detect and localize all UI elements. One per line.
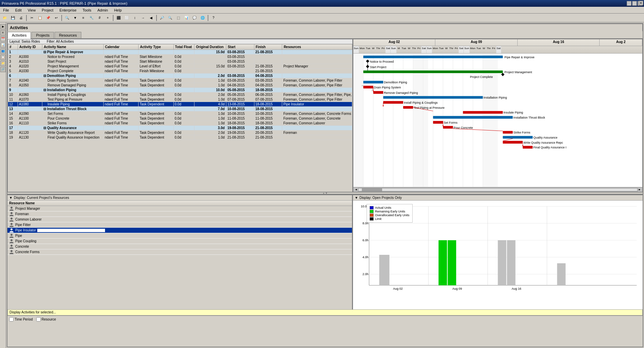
tb-btn-19[interactable]: 🔎 [158, 15, 166, 21]
tb-btn-5[interactable]: 📋 [36, 15, 44, 21]
sidebar-icon-2[interactable]: ≡ [0, 30, 6, 36]
maximize-button[interactable]: □ [632, 1, 637, 6]
table-row[interactable]: 7 A1040 Drain Piping System ndard Full T… [8, 78, 352, 83]
tb-btn-18[interactable]: ◀ [147, 15, 155, 21]
tb-btn-12[interactable]: # [96, 15, 103, 21]
col-header-name[interactable]: Activity Name [42, 44, 104, 50]
sidebar-icon-5[interactable]: 👥 [0, 48, 6, 54]
resource-checkbox[interactable] [36, 317, 41, 322]
tb-btn-3[interactable]: 🖨 [17, 15, 25, 21]
gantt-scroll-area[interactable]: Pipe Repair & Improve Notice to Proceed … [353, 54, 642, 187]
list-item[interactable]: Pipe Insulator [7, 228, 352, 233]
sidebar-icon-1[interactable]: ▶ [0, 24, 6, 29]
menu-view[interactable]: View [26, 8, 37, 13]
sidebar-icon-3[interactable]: 📅 [0, 36, 6, 42]
tb-btn-9[interactable]: ▼ [71, 15, 79, 21]
col-header-duration[interactable]: Original Duration [194, 44, 226, 50]
col-header-finish[interactable]: Finish [254, 44, 282, 50]
tb-btn-1[interactable]: 📁 [1, 15, 8, 21]
table-row[interactable]: 11 A1070 Test Piping at Pressure ndard F… [8, 97, 352, 102]
list-item[interactable]: Pipe [7, 233, 352, 239]
tab-resources[interactable]: Resources [55, 32, 81, 38]
tb-btn-21[interactable]: ⬚ [174, 15, 182, 21]
table-row[interactable]: 5 A1030 Project Complete ndard Full Time… [8, 69, 352, 74]
table-row[interactable]: 9 ⊟ Installation Piping 10.0d 05-08-2015… [8, 88, 352, 93]
menu-enterprise[interactable]: Enterprise [58, 8, 78, 13]
tb-btn-17[interactable]: → [139, 15, 147, 21]
menu-project[interactable]: Project [40, 8, 55, 13]
col-header-calendar[interactable]: Calendar [103, 44, 138, 50]
tb-btn-2[interactable]: 💾 [9, 15, 17, 21]
tb-btn-25[interactable]: ? [210, 15, 217, 21]
tb-btn-15[interactable]: ⬜ [123, 15, 130, 21]
tb-btn-6[interactable]: 📌 [44, 15, 52, 21]
col-header-type[interactable]: Activity Type [139, 44, 173, 50]
tb-btn-20[interactable]: 🔍 [166, 15, 174, 21]
tb-btn-8[interactable]: 🔍 [63, 15, 71, 21]
list-item[interactable]: Foreman [7, 211, 352, 217]
activity-table-scroll[interactable]: # Activity ID Activity Name Calendar Act… [8, 44, 352, 192]
tb-btn-22[interactable]: 📊 [183, 15, 190, 21]
gantt-scroll-right[interactable]: ► [638, 188, 642, 191]
col-header-resources[interactable]: Resources [282, 44, 352, 50]
list-item[interactable]: Pipe Coupling [7, 239, 352, 244]
table-row[interactable]: 12 A1080 Insulate Piping ndard Full Time… [8, 102, 352, 107]
table-row[interactable]: 17 ⊟ Quality Assurance 3.0d 19-08-2015 2… [8, 126, 352, 130]
table-row[interactable]: 1 ⊟ Pipe Repair & Improve 15.0d 03-08-20… [8, 50, 352, 55]
table-row[interactable]: 10 A1060 Install Piping & Couplings ndar… [8, 93, 352, 97]
minimize-button[interactable]: _ [627, 1, 631, 6]
table-row[interactable]: 14 A1090 Set Forms ndard Full Time Task … [8, 111, 352, 116]
tb-btn-7[interactable]: ↩ [53, 15, 60, 21]
table-row[interactable]: 16 A1110 Strike Forms ndard Full Time Ta… [8, 121, 352, 126]
table-row[interactable]: 2 A1000 Notice to Proceed ndard Full Tim… [8, 55, 352, 59]
tb-btn-11[interactable]: 🔧 [88, 15, 95, 21]
gantt-hscroll-track[interactable] [358, 188, 638, 191]
table-row[interactable]: 8 A1050 Remove Damaged Piping ndard Full… [8, 83, 352, 88]
menu-help[interactable]: Help [113, 8, 123, 13]
gantt-scroll-left[interactable]: ◄ [354, 188, 358, 191]
resource-checkbox-group: Resource [36, 317, 56, 322]
tb-btn-14[interactable]: ⬛ [115, 15, 122, 21]
cell-row-num: 17 [8, 126, 18, 130]
tb-btn-13[interactable]: + [104, 15, 111, 21]
list-item[interactable]: Common Laborer [7, 217, 352, 222]
time-period-checkbox[interactable] [9, 317, 14, 322]
tb-btn-4[interactable]: ✂ [28, 15, 36, 21]
gantt-hscroll-thumb[interactable] [362, 188, 382, 191]
cell-orig-duration: 2.0d [194, 74, 226, 78]
list-item[interactable]: Pipe Fitter [7, 222, 352, 228]
list-item[interactable]: Project Manager [7, 206, 352, 211]
tab-projects[interactable]: Projects [32, 32, 54, 38]
list-item[interactable]: Concrete Forms [7, 249, 352, 255]
col-header-float[interactable]: Total Float [173, 44, 194, 50]
tb-btn-10[interactable]: ≡ [80, 15, 87, 21]
sidebar-icon-7[interactable]: 📁 [0, 61, 6, 66]
table-row[interactable]: 15 A1100 Pour Concrete ndard Full Time T… [8, 116, 352, 121]
cell-orig-duration: 1.0d [194, 135, 226, 140]
gantt-hscroll[interactable]: ◄ ► [353, 187, 642, 192]
panel-close-button[interactable]: ✕ [639, 1, 643, 5]
table-row[interactable]: 18 A1120 Write Quality Assurance Report … [8, 130, 352, 135]
resource-list[interactable]: Project Manager Foreman Common Laborer P… [7, 206, 352, 309]
table-row[interactable]: 3 A1010 Start Project ndard Full Time St… [8, 59, 352, 64]
tb-btn-23[interactable]: 💬 [191, 15, 198, 21]
menu-admin[interactable]: Admin [96, 8, 109, 13]
sidebar-icon-6[interactable]: 📋 [0, 55, 6, 60]
list-item[interactable]: Concrete [7, 244, 352, 249]
sidebar-icon-4[interactable]: 📊 [0, 42, 6, 48]
tb-btn-24[interactable]: 🌐 [199, 15, 206, 21]
table-row[interactable]: 4 A1020 Project Management ndard Full Ti… [8, 64, 352, 69]
col-header-start[interactable]: Start [226, 44, 254, 50]
tab-activities[interactable]: Activities [7, 32, 31, 39]
menu-file[interactable]: File [2, 8, 11, 13]
menu-edit[interactable]: Edit [14, 8, 23, 13]
col-header-num[interactable]: # [8, 44, 18, 50]
table-row[interactable]: 6 ⊟ Demolition Piping 2.0d 03-08-2015 04… [8, 74, 352, 78]
tb-btn-16[interactable]: ↕ [131, 15, 139, 21]
menu-tools[interactable]: Tools [81, 8, 93, 13]
svg-rect-49 [503, 131, 513, 134]
col-header-id[interactable]: Activity ID [18, 44, 42, 50]
table-row[interactable]: 13 ⊟ Installation Thrust Block 7.0d 10-0… [8, 107, 352, 111]
sidebar-icon-8[interactable]: 🔗 [0, 67, 6, 72]
table-row[interactable]: 19 A1130 Final Quality Assurance Inspect… [8, 135, 352, 140]
